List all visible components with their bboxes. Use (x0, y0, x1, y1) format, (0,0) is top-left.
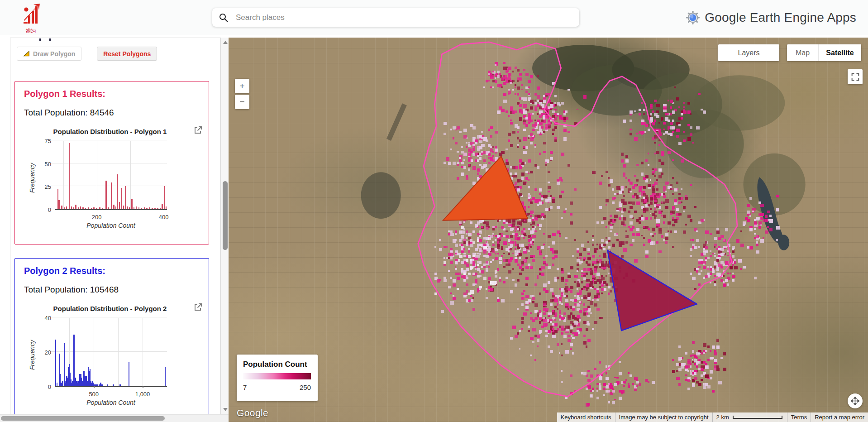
zoom-out-button[interactable]: − (235, 95, 249, 109)
map-attribution-bar: Keyboard shortcuts Image may be subject … (557, 412, 868, 422)
google-logo: Google (237, 408, 268, 418)
app-root: हैरिटेज (0, 0, 868, 422)
polygon-toolbar: Draw Polygon Reset Polygons (17, 47, 157, 61)
map-type-control: Map Satellite (787, 44, 861, 61)
polygon-1-title: Polygon 1 Results: (24, 89, 105, 99)
map-overlay (229, 38, 868, 422)
open-in-new-icon[interactable] (193, 126, 202, 135)
scale-label: 2 km (716, 414, 729, 421)
layers-label: Layers (738, 49, 759, 57)
scroll-down-arrow-icon[interactable] (223, 408, 228, 411)
chart-2-xlabel: Population Count (55, 399, 167, 406)
sidebar: Draw Polygon Reset Polygons Polygon 1 Re… (10, 38, 221, 422)
chart-1-xlabel: Population Count (55, 222, 167, 229)
draw-polygon-label: Draw Polygon (33, 50, 75, 58)
report-map-error-link[interactable]: Report a map error (811, 412, 868, 422)
zoom-in-button[interactable]: + (235, 79, 249, 93)
app-title: Google Earth Engine Apps (705, 10, 856, 25)
search-input[interactable] (235, 13, 573, 23)
polygon-1-total: Total Population: 84546 (24, 108, 114, 118)
terms-link[interactable]: Terms (787, 412, 811, 422)
logo-caption: हैरिटेज (12, 29, 50, 34)
header: हैरिटेज (0, 0, 868, 35)
horizontal-scroll-thumb[interactable] (1, 416, 165, 421)
pan-button[interactable] (848, 393, 863, 408)
map-canvas[interactable]: + − Layers Map Satellite Population Coun… (229, 38, 868, 422)
scale-control[interactable]: 2 km (712, 412, 787, 422)
map-type-map-button[interactable]: Map (787, 44, 819, 61)
heritage-logo: हैरिटेज (12, 2, 50, 34)
search-box[interactable] (212, 8, 579, 27)
polygon-2-chart: Population Distribution - Polygon 2 Freq… (15, 302, 210, 417)
legend-max-value: 250 (300, 384, 311, 391)
legend-gradient-bar (243, 373, 311, 379)
chart-2-plot (55, 318, 167, 387)
heritage-logo-icon (17, 2, 44, 27)
polygon-1-chart: Population Distribution - Polygon 1 Freq… (15, 125, 210, 240)
pan-arrows-icon (851, 397, 859, 405)
sidebar-vertical-scrollbar[interactable] (221, 38, 229, 414)
clipped-content-mark (49, 38, 51, 41)
polygon-2-results-panel: Polygon 2 Results: Total Population: 105… (14, 258, 209, 422)
legend-min-value: 7 (243, 384, 247, 391)
search-icon (219, 13, 229, 23)
legend-title: Population Count (243, 360, 311, 369)
polygon-2-total: Total Population: 105468 (24, 285, 119, 295)
vertical-scroll-thumb[interactable] (223, 181, 228, 250)
polygon-1-results-panel: Polygon 1 Results: Total Population: 845… (14, 81, 209, 245)
earth-engine-gear-icon (686, 10, 700, 25)
polygon-2-title: Polygon 2 Results: (24, 266, 105, 276)
scale-bar (733, 416, 782, 419)
reset-polygons-label: Reset Polygons (103, 50, 151, 58)
fullscreen-icon (851, 73, 859, 81)
scroll-up-arrow-icon[interactable] (223, 41, 228, 44)
triangle-ruler-icon (23, 50, 30, 57)
population-legend: Population Count 7 250 (237, 355, 318, 401)
app-title-wrap: Google Earth Engine Apps (686, 0, 856, 35)
layers-button[interactable]: Layers (718, 44, 779, 61)
zoom-controls: + − (235, 79, 249, 109)
sidebar-horizontal-scrollbar[interactable] (0, 414, 229, 422)
reset-polygons-button[interactable]: Reset Polygons (97, 47, 157, 61)
chart-2-ylabel: Frequency (29, 343, 36, 370)
open-in-new-icon[interactable] (193, 303, 202, 312)
clipped-content-mark (39, 38, 41, 41)
copyright-notice: Image may be subject to copyright (615, 412, 712, 422)
chart-2-title: Population Distribution - Polygon 2 (47, 305, 173, 312)
chart-1-title: Population Distribution - Polygon 1 (47, 128, 173, 135)
chart-1-plot (55, 141, 167, 210)
map-type-satellite-button[interactable]: Satellite (819, 44, 861, 61)
fullscreen-button[interactable] (848, 69, 863, 84)
keyboard-shortcuts-link[interactable]: Keyboard shortcuts (557, 412, 615, 422)
draw-polygon-button[interactable]: Draw Polygon (17, 47, 81, 61)
